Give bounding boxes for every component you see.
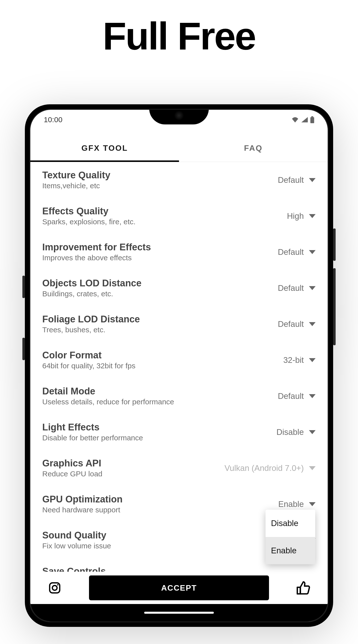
setting-effects-quality[interactable]: Effects Quality Sparks, explosions, fire… [42, 198, 316, 234]
chevron-down-icon [309, 466, 316, 470]
signal-icon [301, 117, 308, 123]
setting-subtitle: Fix low volume issue [42, 542, 304, 550]
phone-camera [174, 110, 184, 120]
setting-subtitle: Useless details, reduce for performance [42, 398, 278, 406]
setting-title: Detail Mode [42, 386, 278, 397]
chevron-down-icon [309, 322, 316, 326]
setting-foliage-lod-distance[interactable]: Foliage LOD Distance Trees, bushes, etc.… [42, 306, 316, 342]
setting-texture-quality[interactable]: Texture Quality Items,vehicle, etc Defau… [42, 162, 316, 198]
setting-title: Improvement for Effects [42, 242, 278, 252]
chevron-down-icon [309, 178, 316, 182]
svg-point-4 [57, 584, 59, 586]
setting-value: Disable [276, 428, 304, 437]
tab-faq[interactable]: FAQ [179, 134, 328, 162]
tab-gfx-tool[interactable]: GFX TOOL [30, 134, 179, 162]
setting-subtitle: Sparks, explosions, fire, etc. [42, 218, 287, 226]
phone-frame: 10:00 [25, 104, 333, 627]
setting-subtitle: 64bit for quality, 32bit for fps [42, 362, 283, 370]
setting-light-effects[interactable]: Light Effects Disable for better perform… [42, 414, 316, 450]
instagram-button[interactable] [48, 581, 62, 595]
setting-graphics-api[interactable]: Graphics API Reduce GPU load Vulkan (And… [42, 450, 316, 486]
setting-title: Objects LOD Distance [42, 278, 278, 288]
setting-subtitle: Items,vehicle, etc [42, 182, 278, 190]
chevron-down-icon [309, 430, 316, 434]
tab-label: GFX TOOL [82, 144, 128, 153]
setting-objects-lod-distance[interactable]: Objects LOD Distance Buildings, crates, … [42, 270, 316, 306]
instagram-icon [48, 581, 61, 594]
tab-label: FAQ [244, 144, 263, 153]
bottom-bar: ACCEPT [30, 572, 328, 604]
chevron-down-icon [309, 502, 316, 506]
setting-value: Default [278, 320, 304, 329]
chevron-down-icon [309, 214, 316, 218]
svg-point-3 [53, 586, 57, 590]
setting-value: Default [278, 247, 304, 257]
setting-value: Enable [278, 500, 304, 509]
wifi-icon [291, 117, 299, 123]
like-button[interactable] [296, 581, 310, 595]
svg-rect-5 [297, 587, 300, 594]
phone-side-button [333, 228, 336, 261]
setting-subtitle: Need hardware support [42, 506, 278, 514]
phone-side-button [333, 268, 336, 345]
chevron-down-icon [309, 358, 316, 362]
setting-title: Foliage LOD Distance [42, 314, 278, 324]
setting-value: Default [278, 392, 304, 401]
dropdown-item-disable[interactable]: Disable [265, 510, 315, 537]
gesture-handle[interactable] [144, 612, 214, 614]
dropdown-item-enable[interactable]: Enable [265, 537, 315, 564]
setting-subtitle: Buildings, crates, etc. [42, 290, 278, 298]
page-title: Full Free [0, 0, 358, 58]
svg-rect-1 [310, 117, 314, 123]
setting-value: High [287, 211, 304, 221]
setting-subtitle: Disable for better performance [42, 434, 276, 442]
setting-value: 32-bit [283, 356, 304, 365]
setting-value: Vulkan (Android 7.0+) [224, 464, 304, 473]
phone-side-button [22, 338, 25, 360]
setting-title: Color Format [42, 350, 283, 360]
battery-icon [310, 116, 314, 123]
status-time: 10:00 [44, 116, 62, 124]
setting-title: GPU Optimization [42, 494, 278, 505]
chevron-down-icon [309, 286, 316, 290]
setting-value: Default [278, 175, 304, 185]
thumbs-up-icon [296, 581, 310, 595]
setting-title: Effects Quality [42, 206, 287, 216]
phone-side-button [22, 276, 25, 298]
setting-subtitle: Trees, bushes, etc. [42, 326, 278, 334]
dropdown-item-label: Enable [271, 546, 297, 555]
dropdown-menu: Disable Enable [265, 510, 315, 564]
chevron-down-icon [309, 250, 316, 254]
setting-title: Graphics API [42, 458, 224, 469]
setting-improvement-for-effects[interactable]: Improvement for Effects Improves the abo… [42, 234, 316, 270]
setting-title: Texture Quality [42, 170, 278, 180]
navigation-bar [30, 604, 328, 622]
setting-value: Default [278, 284, 304, 293]
setting-subtitle: Improves the above effects [42, 254, 278, 262]
setting-detail-mode[interactable]: Detail Mode Useless details, reduce for … [42, 378, 316, 414]
phone-notch [149, 110, 209, 124]
tabs: GFX TOOL FAQ [30, 134, 328, 162]
chevron-down-icon [309, 394, 316, 398]
accept-button[interactable]: ACCEPT [89, 576, 269, 600]
setting-title: Light Effects [42, 422, 276, 433]
setting-subtitle: Reduce GPU load [42, 470, 224, 478]
accept-label: ACCEPT [161, 584, 197, 592]
svg-rect-0 [311, 116, 313, 117]
setting-color-format[interactable]: Color Format 64bit for quality, 32bit fo… [42, 342, 316, 378]
setting-title: Sound Quality [42, 530, 304, 541]
dropdown-item-label: Disable [271, 518, 298, 528]
